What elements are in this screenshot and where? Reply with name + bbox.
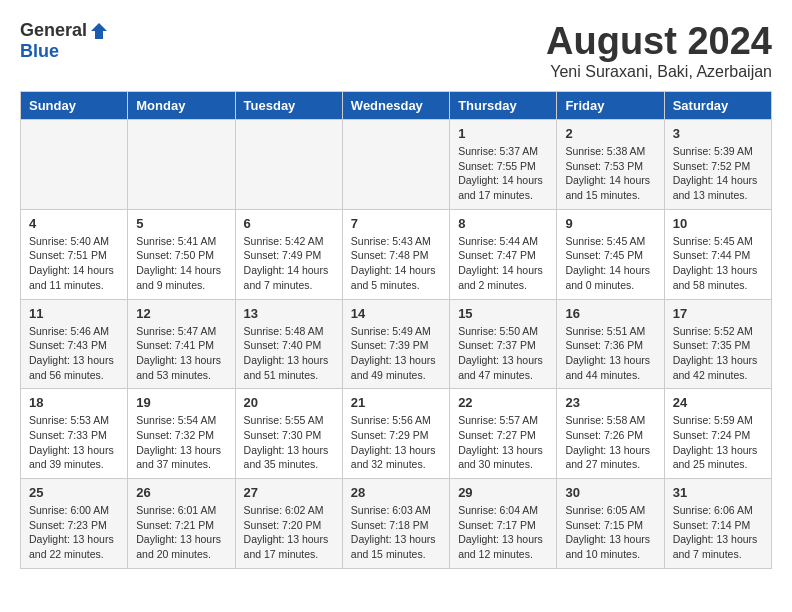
day-info: Sunrise: 5:43 AMSunset: 7:48 PMDaylight:… bbox=[351, 234, 441, 293]
calendar-cell: 11Sunrise: 5:46 AMSunset: 7:43 PMDayligh… bbox=[21, 299, 128, 389]
calendar-cell: 26Sunrise: 6:01 AMSunset: 7:21 PMDayligh… bbox=[128, 479, 235, 569]
day-info: Sunrise: 5:52 AMSunset: 7:35 PMDaylight:… bbox=[673, 324, 763, 383]
calendar-cell: 29Sunrise: 6:04 AMSunset: 7:17 PMDayligh… bbox=[450, 479, 557, 569]
title-section: August 2024 Yeni Suraxani, Baki, Azerbai… bbox=[546, 20, 772, 81]
calendar-cell: 9Sunrise: 5:45 AMSunset: 7:45 PMDaylight… bbox=[557, 209, 664, 299]
logo-blue: Blue bbox=[20, 41, 59, 62]
calendar-cell: 24Sunrise: 5:59 AMSunset: 7:24 PMDayligh… bbox=[664, 389, 771, 479]
day-number: 25 bbox=[29, 485, 119, 500]
weekday-header-row: SundayMondayTuesdayWednesdayThursdayFrid… bbox=[21, 92, 772, 120]
day-info: Sunrise: 5:58 AMSunset: 7:26 PMDaylight:… bbox=[565, 413, 655, 472]
day-info: Sunrise: 5:51 AMSunset: 7:36 PMDaylight:… bbox=[565, 324, 655, 383]
calendar-cell: 16Sunrise: 5:51 AMSunset: 7:36 PMDayligh… bbox=[557, 299, 664, 389]
day-number: 9 bbox=[565, 216, 655, 231]
location: Yeni Suraxani, Baki, Azerbaijan bbox=[546, 63, 772, 81]
logo-general: General bbox=[20, 20, 87, 41]
calendar-cell: 15Sunrise: 5:50 AMSunset: 7:37 PMDayligh… bbox=[450, 299, 557, 389]
day-info: Sunrise: 5:49 AMSunset: 7:39 PMDaylight:… bbox=[351, 324, 441, 383]
day-number: 11 bbox=[29, 306, 119, 321]
day-info: Sunrise: 5:46 AMSunset: 7:43 PMDaylight:… bbox=[29, 324, 119, 383]
calendar-cell: 12Sunrise: 5:47 AMSunset: 7:41 PMDayligh… bbox=[128, 299, 235, 389]
calendar-cell: 13Sunrise: 5:48 AMSunset: 7:40 PMDayligh… bbox=[235, 299, 342, 389]
logo: General Blue bbox=[20, 20, 109, 62]
day-info: Sunrise: 6:00 AMSunset: 7:23 PMDaylight:… bbox=[29, 503, 119, 562]
day-number: 14 bbox=[351, 306, 441, 321]
day-info: Sunrise: 5:45 AMSunset: 7:44 PMDaylight:… bbox=[673, 234, 763, 293]
day-number: 13 bbox=[244, 306, 334, 321]
day-number: 15 bbox=[458, 306, 548, 321]
day-number: 23 bbox=[565, 395, 655, 410]
day-info: Sunrise: 6:05 AMSunset: 7:15 PMDaylight:… bbox=[565, 503, 655, 562]
calendar-cell: 14Sunrise: 5:49 AMSunset: 7:39 PMDayligh… bbox=[342, 299, 449, 389]
calendar-cell: 6Sunrise: 5:42 AMSunset: 7:49 PMDaylight… bbox=[235, 209, 342, 299]
day-number: 7 bbox=[351, 216, 441, 231]
day-info: Sunrise: 6:06 AMSunset: 7:14 PMDaylight:… bbox=[673, 503, 763, 562]
day-number: 30 bbox=[565, 485, 655, 500]
calendar-cell: 3Sunrise: 5:39 AMSunset: 7:52 PMDaylight… bbox=[664, 120, 771, 210]
day-info: Sunrise: 5:56 AMSunset: 7:29 PMDaylight:… bbox=[351, 413, 441, 472]
calendar-cell: 21Sunrise: 5:56 AMSunset: 7:29 PMDayligh… bbox=[342, 389, 449, 479]
day-info: Sunrise: 5:59 AMSunset: 7:24 PMDaylight:… bbox=[673, 413, 763, 472]
day-info: Sunrise: 5:55 AMSunset: 7:30 PMDaylight:… bbox=[244, 413, 334, 472]
day-number: 20 bbox=[244, 395, 334, 410]
calendar-cell: 28Sunrise: 6:03 AMSunset: 7:18 PMDayligh… bbox=[342, 479, 449, 569]
calendar-cell: 25Sunrise: 6:00 AMSunset: 7:23 PMDayligh… bbox=[21, 479, 128, 569]
page-header: General Blue August 2024 Yeni Suraxani, … bbox=[20, 20, 772, 81]
calendar-cell bbox=[235, 120, 342, 210]
day-number: 5 bbox=[136, 216, 226, 231]
svg-marker-0 bbox=[91, 23, 107, 39]
day-info: Sunrise: 5:57 AMSunset: 7:27 PMDaylight:… bbox=[458, 413, 548, 472]
day-number: 1 bbox=[458, 126, 548, 141]
calendar-cell: 1Sunrise: 5:37 AMSunset: 7:55 PMDaylight… bbox=[450, 120, 557, 210]
calendar-cell: 17Sunrise: 5:52 AMSunset: 7:35 PMDayligh… bbox=[664, 299, 771, 389]
calendar-cell: 20Sunrise: 5:55 AMSunset: 7:30 PMDayligh… bbox=[235, 389, 342, 479]
day-number: 24 bbox=[673, 395, 763, 410]
day-info: Sunrise: 5:41 AMSunset: 7:50 PMDaylight:… bbox=[136, 234, 226, 293]
weekday-header-wednesday: Wednesday bbox=[342, 92, 449, 120]
day-number: 26 bbox=[136, 485, 226, 500]
weekday-header-thursday: Thursday bbox=[450, 92, 557, 120]
day-info: Sunrise: 5:37 AMSunset: 7:55 PMDaylight:… bbox=[458, 144, 548, 203]
day-info: Sunrise: 5:38 AMSunset: 7:53 PMDaylight:… bbox=[565, 144, 655, 203]
day-number: 4 bbox=[29, 216, 119, 231]
day-number: 12 bbox=[136, 306, 226, 321]
day-number: 6 bbox=[244, 216, 334, 231]
day-number: 28 bbox=[351, 485, 441, 500]
day-info: Sunrise: 6:04 AMSunset: 7:17 PMDaylight:… bbox=[458, 503, 548, 562]
calendar-cell bbox=[128, 120, 235, 210]
day-number: 8 bbox=[458, 216, 548, 231]
calendar-cell: 5Sunrise: 5:41 AMSunset: 7:50 PMDaylight… bbox=[128, 209, 235, 299]
weekday-header-friday: Friday bbox=[557, 92, 664, 120]
calendar-cell: 22Sunrise: 5:57 AMSunset: 7:27 PMDayligh… bbox=[450, 389, 557, 479]
calendar-cell: 30Sunrise: 6:05 AMSunset: 7:15 PMDayligh… bbox=[557, 479, 664, 569]
week-row-3: 18Sunrise: 5:53 AMSunset: 7:33 PMDayligh… bbox=[21, 389, 772, 479]
day-info: Sunrise: 5:45 AMSunset: 7:45 PMDaylight:… bbox=[565, 234, 655, 293]
calendar-cell: 4Sunrise: 5:40 AMSunset: 7:51 PMDaylight… bbox=[21, 209, 128, 299]
calendar-cell: 18Sunrise: 5:53 AMSunset: 7:33 PMDayligh… bbox=[21, 389, 128, 479]
day-info: Sunrise: 5:42 AMSunset: 7:49 PMDaylight:… bbox=[244, 234, 334, 293]
day-number: 22 bbox=[458, 395, 548, 410]
day-number: 31 bbox=[673, 485, 763, 500]
day-number: 16 bbox=[565, 306, 655, 321]
week-row-1: 4Sunrise: 5:40 AMSunset: 7:51 PMDaylight… bbox=[21, 209, 772, 299]
day-number: 19 bbox=[136, 395, 226, 410]
day-number: 18 bbox=[29, 395, 119, 410]
day-info: Sunrise: 5:40 AMSunset: 7:51 PMDaylight:… bbox=[29, 234, 119, 293]
day-info: Sunrise: 5:50 AMSunset: 7:37 PMDaylight:… bbox=[458, 324, 548, 383]
weekday-header-sunday: Sunday bbox=[21, 92, 128, 120]
day-number: 3 bbox=[673, 126, 763, 141]
day-info: Sunrise: 6:02 AMSunset: 7:20 PMDaylight:… bbox=[244, 503, 334, 562]
weekday-header-monday: Monday bbox=[128, 92, 235, 120]
calendar-cell: 7Sunrise: 5:43 AMSunset: 7:48 PMDaylight… bbox=[342, 209, 449, 299]
day-info: Sunrise: 5:54 AMSunset: 7:32 PMDaylight:… bbox=[136, 413, 226, 472]
day-number: 17 bbox=[673, 306, 763, 321]
day-info: Sunrise: 6:01 AMSunset: 7:21 PMDaylight:… bbox=[136, 503, 226, 562]
day-number: 29 bbox=[458, 485, 548, 500]
calendar-cell bbox=[342, 120, 449, 210]
day-info: Sunrise: 5:48 AMSunset: 7:40 PMDaylight:… bbox=[244, 324, 334, 383]
day-number: 27 bbox=[244, 485, 334, 500]
calendar-header: SundayMondayTuesdayWednesdayThursdayFrid… bbox=[21, 92, 772, 120]
day-info: Sunrise: 5:47 AMSunset: 7:41 PMDaylight:… bbox=[136, 324, 226, 383]
weekday-header-tuesday: Tuesday bbox=[235, 92, 342, 120]
weekday-header-saturday: Saturday bbox=[664, 92, 771, 120]
